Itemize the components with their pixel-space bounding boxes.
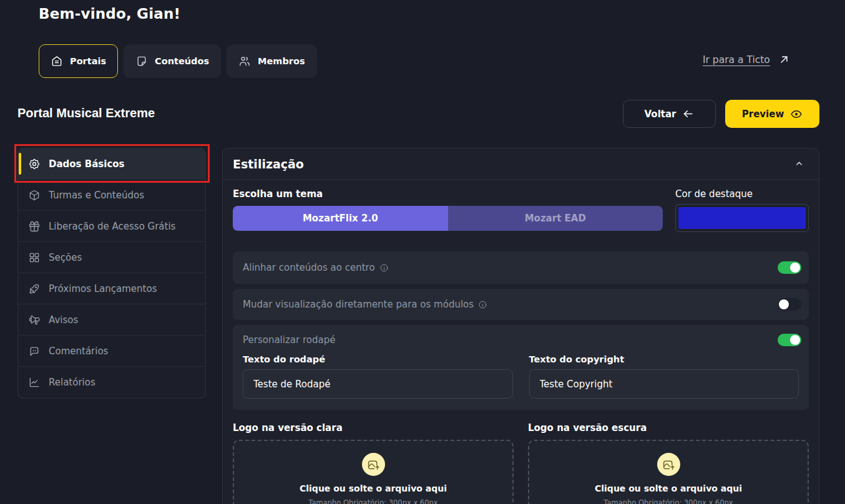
sidebar-item-label: Avisos: [49, 314, 78, 326]
sidebar-item-label: Comentários: [49, 346, 108, 357]
house-icon: [51, 55, 63, 67]
comment-icon: [28, 345, 41, 357]
grid-icon: [28, 251, 41, 264]
footer-customization-card: Personalizar rodapé Texto do rodapé Text…: [233, 325, 809, 410]
theme-segmented-control: MozartFlix 2.0 Mozart EAD: [233, 206, 663, 231]
panel-title: Estilização: [233, 157, 304, 171]
sidebar: Dados Básicos Turmas e Conteúdos Liberaç…: [17, 148, 206, 399]
sidebar-item-turmas-e-conteudos[interactable]: Turmas e Conteúdos: [18, 180, 205, 211]
preview-button[interactable]: Preview: [725, 100, 819, 128]
footer-text-input[interactable]: [243, 369, 513, 399]
megaphone-icon: [28, 314, 41, 326]
rocket-icon: [28, 283, 41, 295]
gift-icon: [28, 220, 41, 233]
sidebar-item-label: Relatórios: [49, 377, 95, 388]
module-view-label: Mudar visualização diretamente para os m…: [243, 299, 487, 310]
file-icon: [135, 55, 148, 67]
back-button[interactable]: Voltar: [623, 100, 716, 128]
styling-panel-header: Estilização: [223, 148, 819, 180]
package-icon: [28, 189, 41, 201]
tab-label: Conteúdos: [155, 56, 209, 66]
upload-size-hint: Tamanho Obrigatório: 300px x 60px: [603, 498, 733, 504]
welcome-heading: Bem-vindo, Gian!: [39, 6, 180, 22]
chevron-up-icon: [794, 159, 804, 168]
info-icon[interactable]: [379, 263, 389, 273]
arrow-left-icon: [682, 108, 694, 120]
upload-cta-text: Clique ou solte o arquivo aqui: [595, 483, 742, 493]
ticto-link-label: Ir para a Ticto: [703, 54, 770, 65]
tab-portais[interactable]: Portais: [39, 44, 118, 78]
sidebar-item-proximos-lancamentos[interactable]: Próximos Lançamentos: [18, 273, 205, 304]
sidebar-item-comentarios[interactable]: Comentários: [18, 336, 205, 367]
accent-color-picker[interactable]: [675, 204, 809, 232]
tab-conteudos[interactable]: Conteúdos: [124, 44, 221, 78]
page-title: Portal Musical Extreme: [17, 106, 155, 120]
accent-color-label: Cor de destaque: [675, 188, 809, 200]
eye-icon: [790, 108, 803, 120]
module-view-row: Mudar visualização diretamente para os m…: [233, 289, 809, 320]
image-upload-icon: [362, 453, 385, 476]
tab-label: Membros: [258, 56, 305, 66]
tab-membros[interactable]: Membros: [227, 44, 317, 78]
sidebar-item-label: Turmas e Conteúdos: [49, 190, 144, 201]
image-upload-icon: [657, 453, 680, 476]
upload-cta-text: Clique ou solte o arquivo aqui: [300, 483, 447, 493]
collapse-panel-button[interactable]: [792, 157, 806, 171]
align-center-row: Alinhar conteúdos ao centro: [233, 251, 809, 284]
dark-logo-label: Logo na versão escura: [528, 422, 809, 434]
gear-icon: [28, 158, 41, 170]
align-center-toggle[interactable]: [778, 261, 801, 274]
sidebar-item-label: Liberação de Acesso Grátis: [49, 221, 175, 232]
users-icon: [238, 55, 251, 67]
copyright-text-label: Texto do copyright: [529, 354, 799, 364]
theme-label: Escolha um tema: [233, 188, 663, 200]
accent-color-swatch: [678, 207, 806, 229]
chart-icon: [28, 376, 41, 389]
sidebar-item-relatorios[interactable]: Relatórios: [18, 367, 205, 398]
sidebar-item-label: Dados Básicos: [49, 158, 125, 170]
sidebar-item-label: Próximos Lançamentos: [49, 283, 157, 294]
dark-logo-dropzone[interactable]: Clique ou solte o arquivo aqui Tamanho O…: [528, 440, 809, 504]
info-icon[interactable]: [478, 300, 487, 309]
toggle-knob: [790, 263, 800, 273]
footer-toggle[interactable]: [778, 334, 801, 346]
theme-option-mozartflix[interactable]: MozartFlix 2.0: [233, 206, 448, 231]
toggle-knob: [779, 299, 789, 309]
upload-size-hint: Tamanho Obrigatório: 300px x 60px: [308, 498, 437, 504]
footer-text-label: Texto do rodapé: [243, 354, 513, 364]
arrow-up-right-icon: [778, 54, 790, 65]
theme-option-mozart-ead[interactable]: Mozart EAD: [448, 206, 663, 231]
sidebar-item-avisos[interactable]: Avisos: [18, 304, 205, 336]
sidebar-item-secoes[interactable]: Seções: [18, 242, 205, 273]
module-view-toggle[interactable]: [778, 298, 801, 311]
preview-button-label: Preview: [742, 109, 784, 120]
main-tabs: Portais Conteúdos Membros: [39, 44, 317, 78]
light-logo-dropzone[interactable]: Clique ou solte o arquivo aqui Tamanho O…: [233, 440, 514, 504]
styling-panel: Estilização Escolha um tema MozartFlix 2…: [222, 148, 819, 504]
copyright-text-input[interactable]: [529, 369, 799, 399]
back-button-label: Voltar: [645, 109, 676, 120]
light-logo-label: Logo na versão clara: [233, 422, 514, 434]
sidebar-item-label: Seções: [49, 252, 82, 263]
toggle-knob: [790, 335, 800, 345]
tab-label: Portais: [70, 56, 106, 66]
footer-toggle-label: Personalizar rodapé: [243, 334, 335, 346]
sidebar-item-dados-basicos[interactable]: Dados Básicos: [18, 148, 205, 180]
ticto-link[interactable]: Ir para a Ticto: [703, 54, 790, 65]
sidebar-item-liberacao-de-acesso-gratis[interactable]: Liberação de Acesso Grátis: [18, 211, 205, 242]
align-center-label: Alinhar conteúdos ao centro: [243, 262, 389, 273]
